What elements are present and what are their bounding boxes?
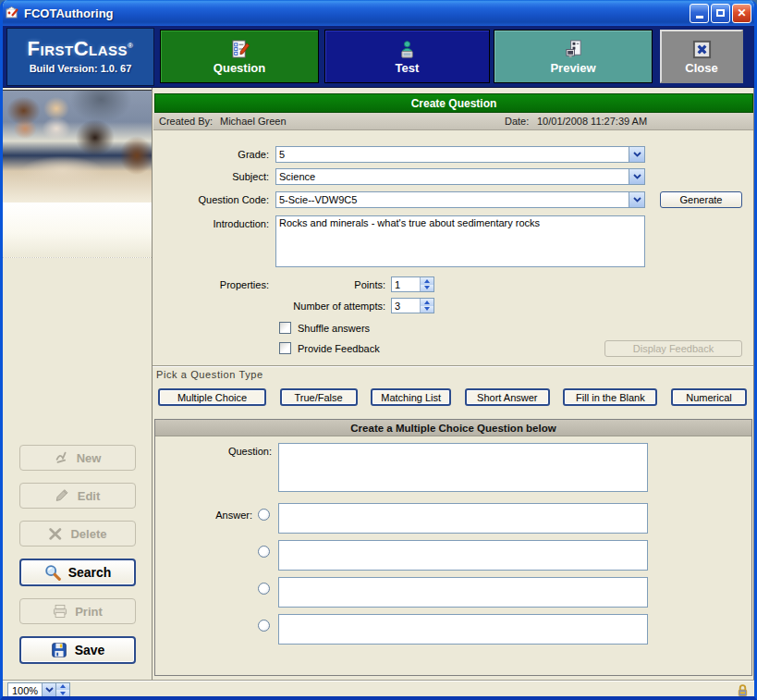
test-person-icon [397, 39, 418, 60]
photo-fade [3, 203, 152, 258]
points-down-icon[interactable] [421, 285, 433, 292]
new-button[interactable]: New [19, 445, 136, 471]
titlebar: FCOTAuthoring ✕ [0, 0, 757, 26]
answer-row [155, 540, 751, 571]
provide-feedback-label: Provide Feedback [298, 343, 380, 354]
zoom-down-icon[interactable] [56, 690, 69, 697]
new-label: New [77, 451, 102, 465]
question-code-label: Question Code: [153, 194, 275, 205]
subject-select[interactable] [275, 168, 645, 185]
mc-question-row: Question: [155, 443, 751, 492]
lock-icon [737, 683, 749, 697]
created-by-value: Michael Green [220, 116, 287, 127]
save-label: Save [75, 643, 105, 657]
app-window: FCOTAuthoring ✕ FirstClass® Build Versio… [0, 0, 757, 700]
close-window-button[interactable]: ✕ [732, 4, 751, 23]
mc-question-textarea[interactable] [278, 443, 648, 492]
answer-textarea-4[interactable] [278, 614, 648, 645]
close-x-icon [691, 39, 713, 60]
firstclass-logo: FirstClass® [28, 39, 134, 59]
numerical-button[interactable]: Numerical [671, 388, 747, 406]
points-up-icon[interactable] [421, 277, 433, 285]
edit-button[interactable]: Edit [19, 483, 136, 509]
delete-button[interactable]: Delete [19, 521, 136, 546]
question-code-row: Question Code: Generate [153, 191, 753, 208]
answer-textarea-1[interactable] [278, 503, 648, 534]
answer-radio-2[interactable] [258, 546, 270, 558]
print-button[interactable]: Print [19, 598, 136, 624]
chevron-down-icon[interactable] [629, 192, 644, 207]
attempts-value[interactable] [392, 299, 420, 313]
zoom-stepper[interactable] [55, 683, 69, 697]
generate-button[interactable]: Generate [660, 191, 742, 208]
answer-row [155, 577, 751, 608]
introduction-row: Introduction: Rocks and minerals - what'… [153, 215, 753, 267]
chevron-down-icon[interactable] [629, 147, 644, 162]
grade-value[interactable] [276, 147, 629, 162]
provide-feedback-checkbox[interactable] [279, 342, 291, 354]
shuffle-row: Shuffle answers [279, 322, 753, 334]
build-version: Build Version: 1.0. 67 [30, 63, 132, 74]
subject-value[interactable] [276, 169, 629, 184]
shuffle-checkbox[interactable] [279, 322, 291, 334]
introduction-label: Introduction: [153, 215, 275, 229]
maximize-button[interactable] [711, 4, 730, 23]
mc-question-label: Question: [155, 443, 278, 492]
introduction-textarea[interactable]: Rocks and minerals - what's true about s… [275, 215, 645, 267]
nav-question-button[interactable]: Question [160, 30, 319, 83]
minimize-button[interactable] [690, 4, 709, 23]
grade-select[interactable] [275, 146, 645, 163]
nav-preview-button[interactable]: Preview [494, 30, 653, 83]
mc-panel-title: Create a Multiple Choice Question below [155, 420, 751, 436]
multiple-choice-button[interactable]: Multiple Choice [158, 388, 266, 406]
question-type-label: Pick a Question Type [153, 367, 753, 380]
date-value: 10/01/2008 11:27:39 AM [537, 116, 647, 127]
save-button[interactable]: Save [19, 636, 136, 664]
points-stepper[interactable] [391, 276, 434, 292]
edit-pencil-icon [55, 487, 71, 504]
app-icon [5, 6, 19, 20]
delete-x-icon [47, 525, 64, 542]
points-row: Properties: Points: [153, 276, 753, 292]
question-checklist-icon [229, 39, 250, 60]
answer-radio-3[interactable] [258, 583, 270, 595]
print-label: Print [75, 605, 103, 619]
question-code-select[interactable] [275, 191, 645, 208]
display-feedback-button[interactable]: Display Feedback [604, 340, 742, 357]
matching-list-button[interactable]: Matching List [371, 388, 451, 406]
zoom-chevron-down-icon[interactable] [42, 683, 55, 697]
subject-label: Subject: [153, 171, 275, 182]
save-floppy-icon [50, 641, 68, 659]
attempts-up-icon[interactable] [421, 299, 433, 306]
attempts-down-icon[interactable] [421, 306, 433, 313]
fill-in-blank-button[interactable]: Fill in the Blank [563, 388, 657, 406]
header-band: FirstClass® Build Version: 1.0. 67 Quest… [3, 26, 754, 88]
attempts-stepper[interactable] [391, 298, 434, 313]
answer-row [155, 614, 751, 645]
delete-label: Delete [70, 527, 106, 541]
answer-textarea-3[interactable] [278, 577, 648, 608]
points-value[interactable] [392, 277, 420, 291]
answer-textarea-2[interactable] [278, 540, 648, 571]
zoom-up-icon[interactable] [56, 683, 69, 691]
nav-preview-label: Preview [550, 61, 595, 75]
chevron-down-icon[interactable] [629, 169, 644, 184]
body: New Edit Delete [3, 88, 754, 680]
created-by-label: Created By: [159, 116, 213, 127]
search-label: Search [68, 565, 112, 580]
search-button[interactable]: Search [19, 559, 136, 586]
nav-close-button[interactable]: Close [660, 30, 743, 83]
short-answer-button[interactable]: Short Answer [465, 388, 550, 406]
answer-radio-1[interactable] [258, 509, 270, 521]
zoom-control[interactable]: 100% [7, 682, 70, 698]
registered-mark: ® [128, 42, 133, 50]
true-false-button[interactable]: True/False [280, 388, 358, 406]
subject-row: Subject: [153, 168, 753, 185]
answer-radio-4[interactable] [258, 620, 270, 632]
shuffle-label: Shuffle answers [298, 323, 370, 334]
nav-test-button[interactable]: Test [324, 30, 490, 83]
meta-bar: Created By: Michael Green Date: 10/01/20… [153, 113, 753, 130]
sidebar: New Edit Delete [3, 88, 153, 680]
grade-row: Grade: [153, 146, 753, 163]
question-code-value[interactable] [276, 192, 629, 207]
